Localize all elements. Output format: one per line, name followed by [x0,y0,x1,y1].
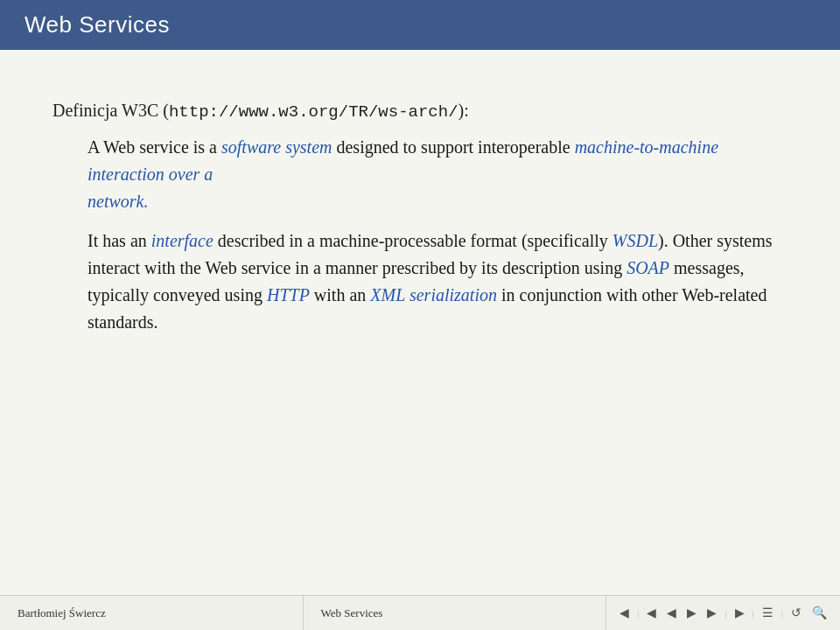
definition-text-after: ): [458,101,469,120]
nav-zoom-icon[interactable]: 🔍 [809,604,830,622]
indented-block: A Web service is a software system desig… [88,134,788,336]
definition-block: Definicja W3C (http://www.w3.org/TR/ws-a… [52,101,788,336]
nav-sep-2: | [724,608,726,619]
page-title: Web Services [24,11,170,38]
nav-next-icon[interactable]: ▶ [684,604,699,622]
definition-text-before: Definicja W3C ( [52,101,169,120]
http-text: HTTP [267,285,310,304]
interface-text: interface [151,231,214,250]
software-system-text: software system [221,137,332,157]
machine-interaction-text: machine-to-machine interaction over a [88,137,718,184]
nav-reset-icon[interactable]: ↺ [788,604,804,622]
definition-url: http://www.w3.org/TR/ws-arch/ [169,102,458,122]
paragraph-2: It has an interface described in a machi… [88,228,788,336]
slide-title-label: Web Services [321,606,383,620]
main-content: Definicja W3C (http://www.w3.org/TR/ws-a… [0,50,840,595]
footer-nav: ◀ | ◀ ◀ ▶ ▶ | ▶ | ☰ | ↺ 🔍 [606,596,840,630]
nav-sep-3: | [752,608,754,619]
soap-text: SOAP [626,258,669,277]
paragraph-1-cont: network. [88,188,788,215]
paragraph-1: A Web service is a software system desig… [88,134,788,188]
nav-prev-icon[interactable]: ◀ [664,604,679,622]
header-bar: Web Services [0,0,840,50]
nav-menu-icon[interactable]: ☰ [760,604,776,622]
nav-sep-4: | [781,608,783,619]
nav-prev-section-icon[interactable]: ◀ [644,604,659,622]
footer-slide-title: Web Services [304,596,607,630]
definition-label: Definicja W3C (http://www.w3.org/TR/ws-a… [52,101,788,122]
wsdl-text: WSDL [612,231,658,250]
nav-next-section-icon[interactable]: ▶ [704,604,719,622]
footer-author: Bartłomiej Świercz [0,596,304,630]
nav-first-icon[interactable]: ◀ [617,604,632,622]
nav-last-icon[interactable]: ▶ [732,604,747,622]
author-name: Bartłomiej Świercz [18,606,106,620]
network-text: network. [88,192,148,211]
footer: Bartłomiej Świercz Web Services ◀ | ◀ ◀ … [0,595,840,630]
xml-serialization-text: XML serialization [370,285,497,304]
nav-sep-1: | [637,608,639,619]
